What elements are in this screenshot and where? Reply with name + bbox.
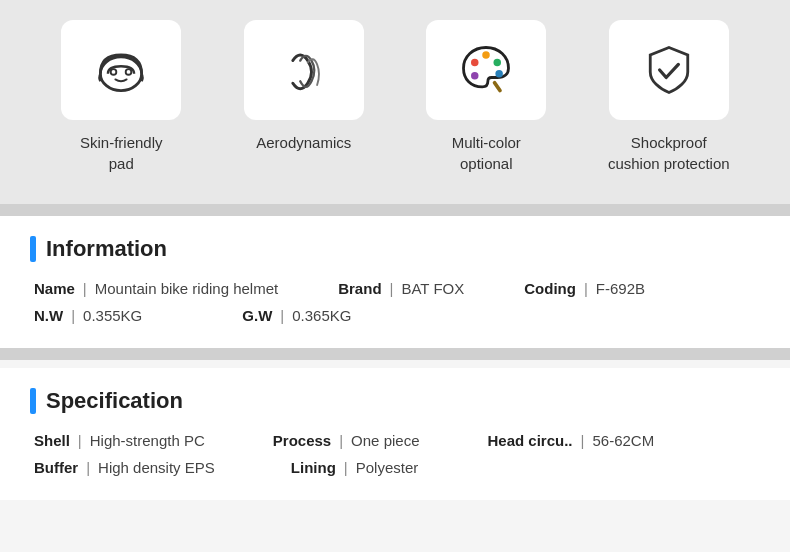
info-name-key: Name — [34, 280, 75, 297]
svg-point-5 — [494, 59, 502, 67]
palette-icon — [456, 40, 516, 100]
spec-buffer-value: High density EPS — [98, 459, 215, 476]
info-gw: G.W | 0.365KG — [242, 307, 351, 324]
specification-grid: Shell | High-strength PC Process | One p… — [30, 432, 760, 476]
spec-headcirc-value: 56-62CM — [592, 432, 654, 449]
multicolor-icon-box — [426, 20, 546, 120]
svg-point-0 — [101, 57, 142, 91]
multicolor-label: Multi-coloroptional — [452, 132, 521, 174]
info-gw-key: G.W — [242, 307, 272, 324]
spec-process: Process | One piece — [273, 432, 420, 449]
spec-lining-key: Lining — [291, 459, 336, 476]
spec-process-value: One piece — [351, 432, 419, 449]
spec-headcirc-key: Head circu.. — [488, 432, 573, 449]
spec-buffer: Buffer | High density EPS — [34, 459, 215, 476]
spec-lining: Lining | Polyester — [291, 459, 418, 476]
spec-row-1: Shell | High-strength PC Process | One p… — [34, 432, 760, 449]
divider-2 — [0, 348, 790, 360]
info-name: Name | Mountain bike riding helmet — [34, 280, 278, 297]
info-row-2: N.W | 0.355KG G.W | 0.365KG — [34, 307, 760, 324]
svg-point-1 — [111, 69, 117, 75]
information-title-row: Information — [30, 236, 760, 262]
spec-shell: Shell | High-strength PC — [34, 432, 205, 449]
specification-section: Specification Shell | High-strength PC P… — [0, 368, 790, 500]
information-title-bar — [30, 236, 36, 262]
feature-aerodynamics: Aerodynamics — [224, 20, 384, 153]
info-gw-value: 0.365KG — [292, 307, 351, 324]
information-grid: Name | Mountain bike riding helmet Brand… — [30, 280, 760, 324]
info-name-value: Mountain bike riding helmet — [95, 280, 278, 297]
info-coding: Coding | F-692B — [524, 280, 645, 297]
mask-icon — [91, 40, 151, 100]
svg-point-7 — [471, 72, 479, 80]
aerodynamics-label: Aerodynamics — [256, 132, 351, 153]
spec-buffer-key: Buffer — [34, 459, 78, 476]
svg-point-2 — [126, 69, 132, 75]
skin-friendly-icon-box — [61, 20, 181, 120]
shield-check-icon — [639, 40, 699, 100]
svg-rect-8 — [492, 80, 503, 93]
info-nw-key: N.W — [34, 307, 63, 324]
info-coding-key: Coding — [524, 280, 576, 297]
divider-1 — [0, 204, 790, 216]
feature-multicolor: Multi-coloroptional — [406, 20, 566, 174]
info-nw-value: 0.355KG — [83, 307, 142, 324]
specification-title-row: Specification — [30, 388, 760, 414]
svg-point-4 — [483, 51, 491, 59]
spec-process-key: Process — [273, 432, 331, 449]
info-brand-key: Brand — [338, 280, 381, 297]
shockproof-label: Shockproofcushion protection — [608, 132, 730, 174]
spec-shell-key: Shell — [34, 432, 70, 449]
information-section: Information Name | Mountain bike riding … — [0, 216, 790, 348]
spec-headcirc: Head circu.. | 56-62CM — [488, 432, 655, 449]
info-brand-value: BAT FOX — [401, 280, 464, 297]
feature-skin-friendly: Skin-friendlypad — [41, 20, 201, 174]
wind-icon — [274, 40, 334, 100]
aerodynamics-icon-box — [244, 20, 364, 120]
spec-row-2: Buffer | High density EPS Lining | Polye… — [34, 459, 760, 476]
features-section: Skin-friendlypad Aerodynamics — [0, 0, 790, 204]
spec-lining-value: Polyester — [356, 459, 419, 476]
info-brand: Brand | BAT FOX — [338, 280, 464, 297]
svg-point-3 — [471, 59, 479, 67]
info-nw: N.W | 0.355KG — [34, 307, 142, 324]
skin-friendly-label: Skin-friendlypad — [80, 132, 163, 174]
information-title: Information — [46, 236, 167, 262]
specification-title: Specification — [46, 388, 183, 414]
feature-shockproof: Shockproofcushion protection — [589, 20, 749, 174]
shockproof-icon-box — [609, 20, 729, 120]
info-row-1: Name | Mountain bike riding helmet Brand… — [34, 280, 760, 297]
specification-title-bar — [30, 388, 36, 414]
info-coding-value: F-692B — [596, 280, 645, 297]
svg-point-6 — [496, 70, 504, 78]
spec-shell-value: High-strength PC — [90, 432, 205, 449]
